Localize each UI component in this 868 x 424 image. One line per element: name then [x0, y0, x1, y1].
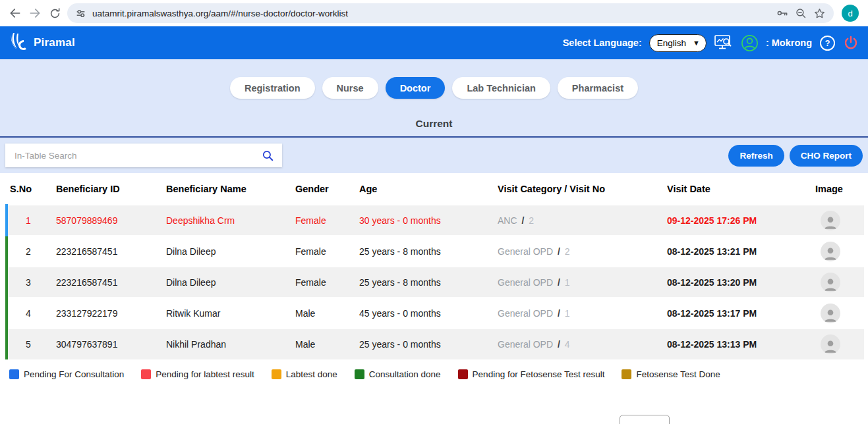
legend-color-swatch — [355, 369, 364, 379]
cell-visit-date: 08-12-2025 13:20 PM — [664, 267, 812, 298]
logout-power-icon[interactable] — [843, 35, 859, 51]
refresh-icon — [49, 7, 61, 20]
svg-text:?: ? — [825, 39, 830, 48]
cell-sno: 1 — [7, 205, 53, 236]
browser-profile-avatar[interactable]: d — [842, 5, 859, 22]
column-header: Gender — [292, 173, 356, 205]
tab-nurse[interactable]: Nurse — [322, 77, 378, 99]
column-header: Visit Date — [664, 173, 812, 205]
bookmark-star-icon[interactable] — [813, 7, 826, 20]
cho-report-button[interactable]: CHO Report — [790, 145, 863, 167]
tab-lab-technician[interactable]: Lab Technician — [452, 77, 550, 99]
column-header: Age — [356, 173, 494, 205]
legend-label: Labtest done — [286, 369, 337, 379]
legend-item: Pending for Fetosense Test result — [458, 369, 605, 379]
logged-in-username: : Mokrong — [766, 38, 812, 48]
worklist-content: S.NoBeneficiary IDBeneficiary NameGender… — [0, 173, 868, 379]
cell-gender: Male — [292, 329, 356, 359]
refresh-button[interactable]: Refresh — [728, 145, 784, 167]
back-arrow-icon — [9, 7, 22, 20]
table-row[interactable]: 3223216587451Dilna DileepFemale25 years … — [7, 267, 864, 298]
beneficiary-avatar-icon[interactable] — [821, 242, 840, 261]
beneficiary-avatar-icon[interactable] — [821, 211, 840, 230]
search-box[interactable] — [5, 144, 282, 167]
role-tabs: RegistrationNurseDoctorLab TechnicianPha… — [0, 59, 868, 99]
cell-sno: 5 — [7, 329, 53, 359]
tab-registration[interactable]: Registration — [230, 77, 315, 99]
beneficiary-avatar-icon[interactable] — [821, 304, 840, 323]
cell-visit-date: 08-12-2025 13:17 PM — [664, 298, 812, 329]
column-header: S.No — [7, 173, 53, 205]
cell-beneficiary-id: 233127922179 — [53, 298, 163, 329]
cell-visit-date: 08-12-2025 13:21 PM — [664, 236, 812, 267]
zoom-out-icon[interactable] — [795, 7, 807, 20]
browser-refresh-button[interactable] — [45, 3, 65, 23]
cell-beneficiary-id: 223216587451 — [53, 267, 163, 298]
table-row[interactable]: 2223216587451Dilna DileepFemale25 years … — [7, 236, 864, 267]
browser-toolbar: uatamrit.piramalswasthya.org/aam/#/nurse… — [0, 0, 868, 26]
table-row[interactable]: 4233127922179Ritwik KumarMale45 years - … — [7, 298, 864, 329]
table-row[interactable]: 1587079889469Deepshikha CrmFemale30 year… — [7, 205, 864, 236]
table-row[interactable]: 5304797637891Nikhil PradhanMale25 years … — [7, 329, 864, 359]
status-legend: Pending For ConsultationPending for labt… — [9, 369, 863, 379]
legend-item: Pending for labtest result — [141, 369, 254, 379]
cell-age: 25 years - 0 months — [356, 329, 494, 359]
column-header: Beneficiary Name — [163, 173, 292, 205]
beneficiary-avatar-icon[interactable] — [821, 334, 840, 354]
url-text[interactable]: uatamrit.piramalswasthya.org/aam/#/nurse… — [92, 9, 770, 18]
cell-beneficiary-id: 223216587451 — [53, 236, 163, 267]
current-section-title: Current — [0, 99, 868, 138]
search-icon[interactable] — [262, 149, 274, 162]
cell-gender: Female — [292, 267, 356, 298]
piramal-logo-icon — [9, 32, 29, 53]
cell-gender: Female — [292, 236, 356, 267]
cell-visit-category: General OPD / 4 — [494, 329, 664, 359]
browser-back-button[interactable] — [5, 3, 25, 23]
cell-beneficiary-name: Dilna Dileep — [163, 267, 292, 298]
table-body: 1587079889469Deepshikha CrmFemale30 year… — [7, 205, 864, 359]
tab-pharmacist[interactable]: Pharmacist — [558, 77, 638, 99]
records-search-icon[interactable] — [714, 34, 734, 51]
language-selected-value: English — [657, 38, 686, 48]
cell-age: 25 years - 8 months — [356, 236, 494, 267]
legend-item: Fetosense Test Done — [622, 369, 720, 379]
user-circle-icon — [741, 34, 759, 52]
in-table-search-input[interactable] — [13, 150, 262, 161]
browser-forward-button[interactable] — [25, 3, 45, 23]
cell-visit-category: General OPD / 1 — [494, 267, 664, 298]
legend-label: Pending For Consultation — [24, 369, 124, 379]
legend-label: Fetosense Test Done — [636, 369, 720, 379]
pagination-control-partial[interactable] — [620, 415, 670, 424]
legend-color-swatch — [458, 369, 468, 379]
table-header-row: S.NoBeneficiary IDBeneficiary NameGender… — [7, 173, 864, 205]
legend-label: Pending for labtest result — [156, 369, 254, 379]
legend-item: Pending For Consultation — [9, 369, 124, 379]
cell-sno: 2 — [7, 236, 53, 267]
cell-visit-date: 09-12-2025 17:26 PM — [664, 205, 812, 236]
legend-color-swatch — [141, 369, 151, 379]
brand-logo: Piramal — [9, 32, 75, 53]
cell-visit-category: General OPD / 2 — [494, 236, 664, 267]
legend-color-swatch — [9, 369, 19, 379]
beneficiary-avatar-icon[interactable] — [821, 273, 840, 292]
tab-doctor[interactable]: Doctor — [386, 77, 446, 99]
language-select[interactable]: English ▼ — [649, 34, 707, 52]
help-icon[interactable]: ? — [819, 35, 836, 51]
cell-age: 30 years - 0 months — [356, 205, 494, 236]
address-bar[interactable]: uatamrit.piramalswasthya.org/aam/#/nurse… — [67, 3, 834, 23]
language-label: Select Language: — [563, 38, 642, 48]
chevron-down-icon: ▼ — [693, 39, 700, 47]
cell-image — [812, 205, 864, 236]
cell-age: 25 years - 8 months — [356, 267, 494, 298]
column-header: Visit Category / Visit No — [494, 173, 664, 205]
app-header: Piramal Select Language: English ▼ : Mok… — [0, 26, 868, 59]
password-key-icon[interactable] — [776, 7, 789, 20]
cell-beneficiary-name: Ritwik Kumar — [163, 298, 292, 329]
cell-visit-category: ANC / 2 — [494, 205, 664, 236]
cell-beneficiary-id: 304797637891 — [53, 329, 163, 359]
cell-image — [812, 329, 864, 359]
brand-name: Piramal — [34, 36, 75, 49]
cell-beneficiary-id: 587079889469 — [53, 205, 163, 236]
legend-color-swatch — [622, 369, 631, 379]
site-settings-icon[interactable] — [75, 8, 86, 19]
